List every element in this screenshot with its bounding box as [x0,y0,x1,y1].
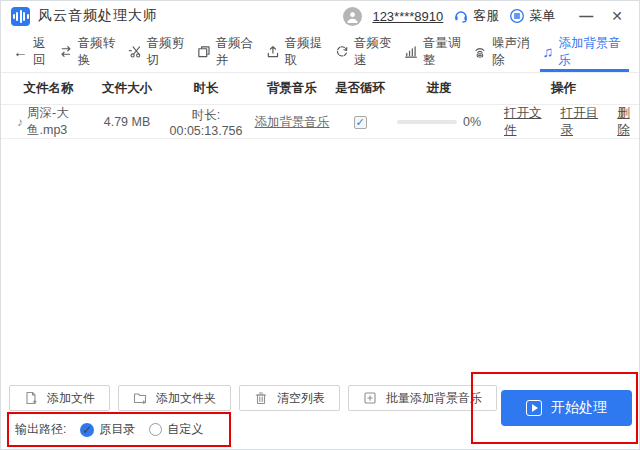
music-note-icon: ♫ [542,44,553,59]
toolbar-audio-cut-label: 音频剪切 [147,35,193,69]
table-header-row: 文件名称 文件大小 时长 背景音乐 是否循环 进度 操作 [1,73,639,105]
col-header-duration: 时长 [158,80,254,97]
radio-unselected-icon [149,423,162,436]
radio-selected-icon: ✓ [80,423,94,437]
col-header-filesize: 文件大小 [96,80,158,97]
back-arrow-icon: ← [13,44,28,59]
toolbar-back[interactable]: ← 返回 [11,31,57,72]
radio-original-dir-label: 原目录 [99,421,135,438]
app-window: 风云音频处理大师 123****8910 客服 菜单 — ✕ [0,0,640,450]
toolbar-denoise-label: 噪声消除 [492,35,538,69]
add-file-button[interactable]: 添加文件 [9,385,110,411]
output-path-row: 输出路径: ✓ 原目录 自定义 [15,421,203,438]
toolbar-audio-convert[interactable]: 音频转换 [57,31,126,72]
denoise-waves-icon [473,44,487,59]
toolbar-audio-convert-label: 音频转换 [78,35,124,69]
start-processing-button[interactable]: 开始处理 [501,390,632,426]
output-path-label: 输出路径: [15,421,66,438]
toolbar-audio-speed-label: 音频变速 [354,35,400,69]
open-folder-link[interactable]: 打开目录 [561,105,605,139]
volume-bars-icon [404,44,418,59]
file-music-note-icon: ♪ [17,115,23,129]
batch-add-icon [363,391,377,405]
clear-list-label: 清空列表 [277,390,325,407]
add-file-icon [24,391,38,405]
radio-custom-dir[interactable]: 自定义 [149,421,203,438]
delete-link[interactable]: 删除 [617,105,639,139]
loop-checkbox[interactable]: ✓ [354,116,367,129]
file-size: 4.79 MB [96,115,158,129]
file-name: 周深-大鱼.mp3 [27,105,96,139]
swap-arrows-icon [59,44,73,59]
batch-add-bgm-label: 批量添加背景音乐 [386,390,482,407]
app-title: 风云音频处理大师 [38,7,158,25]
toolbar-add-bgm-label: 添加背景音乐 [558,35,627,69]
toolbar-volume-adjust-label: 音量调整 [423,35,469,69]
clear-list-button[interactable]: 清空列表 [239,385,340,411]
toolbar-add-bgm-active-tab[interactable]: ♫ 添加背景音乐 [540,31,629,72]
toolbar-audio-merge-label: 音频合并 [216,35,262,69]
user-avatar-icon[interactable] [343,7,362,26]
toolbar-audio-extract[interactable]: 音频提取 [264,31,333,72]
add-folder-label: 添加文件夹 [156,390,216,407]
toolbar-audio-speed[interactable]: 音频变速 [333,31,402,72]
scissors-icon [128,44,142,59]
circled-menu-icon [509,8,525,24]
start-processing-label: 开始处理 [551,399,607,417]
add-folder-button[interactable]: 添加文件夹 [118,385,231,411]
headset-icon [453,8,469,24]
col-header-filename: 文件名称 [1,80,96,97]
col-header-progress: 进度 [390,80,488,97]
extract-upload-icon [266,44,280,59]
close-button[interactable]: ✕ [607,9,627,23]
radio-original-dir[interactable]: ✓ 原目录 [80,421,135,438]
toolbar-back-label: 返回 [33,35,55,69]
progress-bar [397,120,457,124]
open-file-link[interactable]: 打开文件 [504,105,548,139]
add-folder-icon [133,391,147,405]
batch-add-bgm-button[interactable]: 批量添加背景音乐 [348,385,497,411]
toolbar-volume-adjust[interactable]: 音量调整 [402,31,471,72]
titlebar: 风云音频处理大师 123****8910 客服 菜单 — ✕ [1,1,639,31]
minimize-button[interactable]: — [575,9,597,23]
file-duration: 时长: 00:05:13.756 [158,107,254,138]
progress-label: 0% [463,115,481,129]
toolbar: ← 返回 音频转换 音频剪切 音频合并 音频提取 [1,31,639,73]
account-number-link[interactable]: 123****8910 [372,9,443,24]
col-header-loop: 是否循环 [330,80,390,97]
merge-squares-icon [197,44,211,59]
support-button[interactable]: 客服 [453,7,499,25]
app-logo-audio-bars-icon [11,7,30,26]
support-label: 客服 [473,7,499,25]
play-icon [526,400,542,416]
toolbar-denoise[interactable]: 噪声消除 [471,31,540,72]
col-header-bgm: 背景音乐 [254,80,330,97]
menu-label: 菜单 [529,7,555,25]
menu-button[interactable]: 菜单 [509,7,555,25]
col-header-actions: 操作 [488,80,639,97]
footer-buttons: 添加文件 添加文件夹 清空列表 批量添加背景音乐 [9,385,497,411]
trash-icon [254,391,268,405]
toolbar-audio-cut[interactable]: 音频剪切 [126,31,195,72]
toolbar-audio-extract-label: 音频提取 [285,35,331,69]
radio-custom-dir-label: 自定义 [167,421,203,438]
speed-cycle-icon [335,44,349,59]
add-bgm-link[interactable]: 添加背景音乐 [255,115,330,129]
toolbar-audio-merge[interactable]: 音频合并 [195,31,264,72]
add-file-label: 添加文件 [47,390,95,407]
table-row: ♪ 周深-大鱼.mp3 4.79 MB 时长: 00:05:13.756 添加背… [1,105,639,139]
